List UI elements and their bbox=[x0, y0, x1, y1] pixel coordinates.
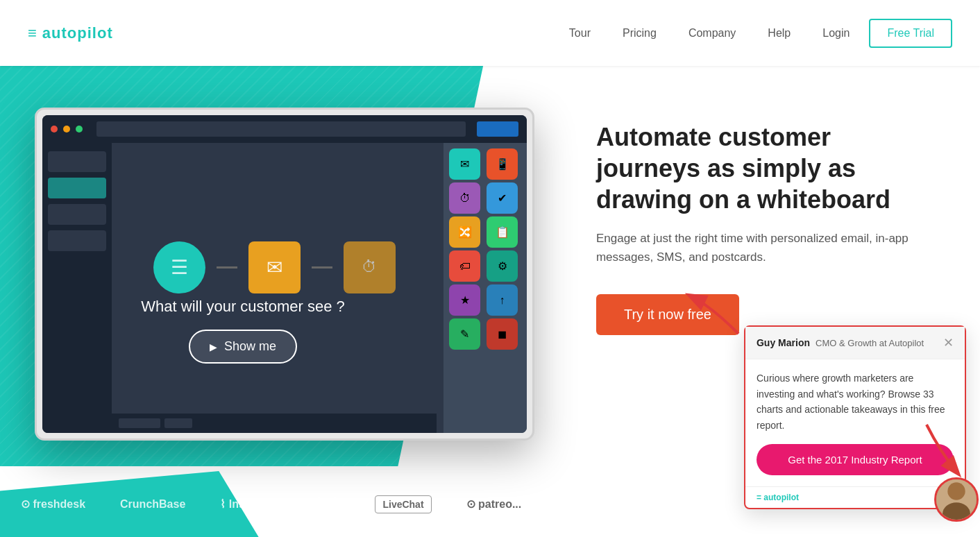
chat-branding: = autopilot bbox=[745, 486, 965, 508]
nav-pricing[interactable]: Pricing bbox=[610, 22, 669, 45]
sidebar-item-4 bbox=[48, 230, 106, 251]
icon-chip-5: 🔀 bbox=[449, 216, 480, 248]
hero-right: Automate customer journeys as simply as … bbox=[568, 66, 980, 537]
flow-node-circle: ☰ bbox=[153, 241, 205, 293]
partner-crunchbase: CrunchBase bbox=[120, 498, 185, 511]
laptop-container: ☰ ✉ ⏱ ✉ 📱 ⏱ ✔ 🔀 📋 🏷 bbox=[35, 108, 534, 441]
free-trial-button[interactable]: Free Trial bbox=[869, 19, 952, 48]
screen-header bbox=[42, 115, 527, 143]
nav-buttons bbox=[477, 121, 518, 137]
chat-popup-header: Guy Marion CMO & Growth at Autopilot ✕ bbox=[745, 327, 965, 359]
icon-chip-11: ✎ bbox=[449, 318, 480, 350]
nav-help[interactable]: Help bbox=[755, 22, 803, 45]
icon-chip-4: ✔ bbox=[487, 182, 518, 214]
dot-red bbox=[51, 126, 58, 133]
flow-node-email: ✉ bbox=[248, 241, 301, 293]
show-me-button[interactable]: ▶ Show me bbox=[189, 330, 297, 364]
laptop-screen: ☰ ✉ ⏱ ✉ 📱 ⏱ ✔ 🔀 📋 🏷 bbox=[42, 115, 527, 433]
hero-left: ☰ ✉ ⏱ ✉ 📱 ⏱ ✔ 🔀 📋 🏷 bbox=[0, 66, 568, 537]
laptop-frame: ☰ ✉ ⏱ ✉ 📱 ⏱ ✔ 🔀 📋 🏷 bbox=[35, 108, 534, 441]
flow-node-wait: ⏱ bbox=[344, 241, 396, 293]
arrow-down-svg bbox=[920, 418, 975, 487]
screen-sidebar bbox=[42, 143, 112, 433]
nav-login[interactable]: Login bbox=[810, 22, 862, 45]
sidebar-item-1 bbox=[48, 151, 106, 172]
hero-subtext: Engage at just the right time with perso… bbox=[596, 229, 938, 266]
dot-yellow bbox=[63, 126, 70, 133]
chat-brand-logo: = autopilot bbox=[757, 493, 799, 502]
dot-green bbox=[76, 126, 83, 133]
partner-livechat: LiveChat bbox=[375, 495, 431, 513]
bottom-bar-item bbox=[119, 418, 160, 428]
icon-chip-9: ★ bbox=[449, 284, 480, 316]
partner-freshdesk: ⊙ freshdesk bbox=[21, 497, 85, 511]
chat-user-name: Guy Marion bbox=[757, 337, 810, 348]
icon-chip-10: ↑ bbox=[487, 284, 518, 316]
hero-section: ☰ ✉ ⏱ ✉ 📱 ⏱ ✔ 🔀 📋 🏷 bbox=[0, 0, 980, 537]
partner-logos: ⊙ freshdesk CrunchBase ⌇ Instapage lyft … bbox=[21, 495, 548, 514]
screen-question-text: What will your customer see ? bbox=[42, 298, 443, 316]
logo-icon: ≡ bbox=[28, 24, 37, 42]
logo[interactable]: ≡ autopilot bbox=[28, 24, 113, 42]
chat-user-name-title: Guy Marion CMO & Growth at Autopilot bbox=[757, 336, 924, 349]
partner-lyft: lyft bbox=[315, 495, 340, 514]
icon-chip-2: 📱 bbox=[487, 148, 518, 180]
hero-headline: Automate customer journeys as simply as … bbox=[596, 121, 938, 215]
arrow-up-svg bbox=[683, 292, 752, 348]
chat-popup: Guy Marion CMO & Growth at Autopilot ✕ C… bbox=[744, 325, 966, 509]
bottom-bar-item-2 bbox=[164, 418, 192, 428]
sidebar-item-2 bbox=[48, 178, 106, 198]
icon-chip-7: 🏷 bbox=[449, 250, 480, 282]
show-me-label: Show me bbox=[224, 339, 276, 354]
chat-user-info: Guy Marion CMO & Growth at Autopilot bbox=[757, 336, 924, 349]
icon-chip-8: ⚙ bbox=[487, 250, 518, 282]
play-icon: ▶ bbox=[210, 341, 217, 352]
icon-chip-1: ✉ bbox=[449, 148, 480, 180]
icons-panel: ✉ 📱 ⏱ ✔ 🔀 📋 🏷 ⚙ ★ ↑ ✎ ◼ bbox=[443, 143, 527, 433]
nav-tour[interactable]: Tour bbox=[557, 22, 603, 45]
chat-user-title: CMO & Growth at Autopilot bbox=[813, 338, 924, 348]
sidebar-item-3 bbox=[48, 204, 106, 225]
flow-connector-1 bbox=[217, 266, 237, 268]
icon-chip-3: ⏱ bbox=[449, 182, 480, 214]
header: ≡ autopilot Tour Pricing Company Help Lo… bbox=[0, 0, 980, 66]
partner-patreon: ⊙ patreo... bbox=[466, 497, 522, 511]
partners-bar: ⊙ freshdesk CrunchBase ⌇ Instapage lyft … bbox=[0, 471, 568, 537]
chat-close-button[interactable]: ✕ bbox=[943, 335, 954, 350]
logo-text: autopilot bbox=[42, 24, 113, 42]
main-nav: Tour Pricing Company Help Login Free Tri… bbox=[557, 19, 952, 48]
icon-chip-12: ◼ bbox=[487, 318, 518, 350]
icon-chip-6: 📋 bbox=[487, 216, 518, 248]
screen-bottom-bar bbox=[112, 414, 437, 433]
screen-overlay: What will your customer see ? ▶ Show me bbox=[42, 298, 443, 364]
address-bar bbox=[96, 121, 466, 137]
nav-company[interactable]: Company bbox=[676, 22, 748, 45]
partner-instapage: ⌇ Instapage bbox=[220, 497, 280, 511]
flow-connector-2 bbox=[312, 266, 332, 268]
